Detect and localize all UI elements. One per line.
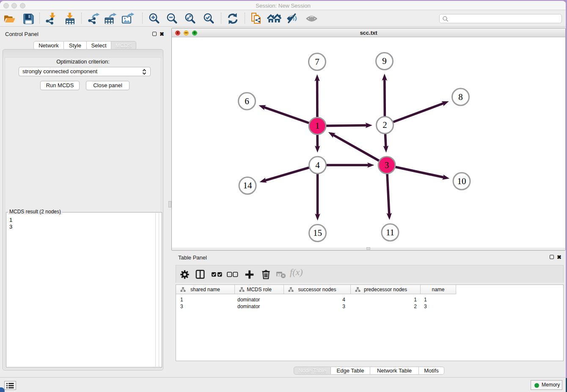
svg-text:8: 8: [458, 92, 463, 102]
svg-text:9: 9: [382, 56, 387, 66]
svg-text:2: 2: [383, 120, 387, 130]
svg-text:15: 15: [313, 228, 322, 238]
svg-text:14: 14: [243, 180, 253, 190]
svg-text:3: 3: [385, 160, 389, 170]
svg-text:7: 7: [315, 57, 319, 67]
svg-text:11: 11: [386, 227, 394, 237]
svg-text:10: 10: [457, 176, 466, 186]
svg-text:1: 1: [315, 121, 320, 131]
svg-text:4: 4: [315, 160, 320, 170]
svg-text:6: 6: [245, 96, 249, 106]
